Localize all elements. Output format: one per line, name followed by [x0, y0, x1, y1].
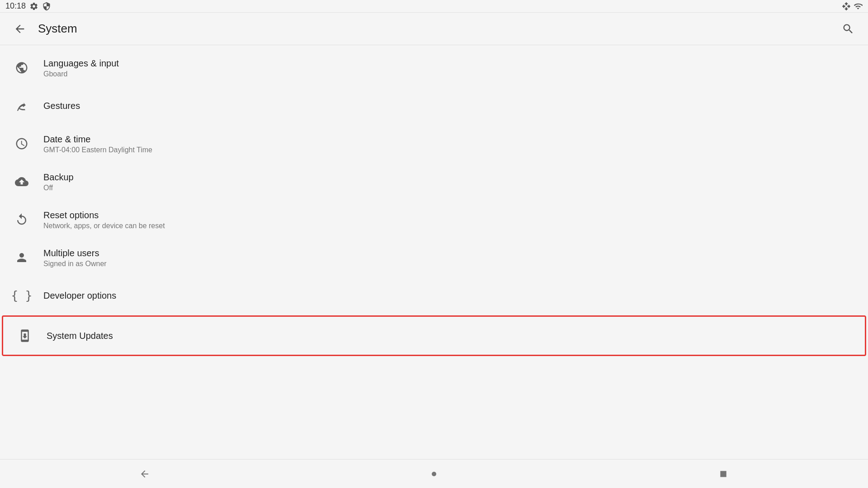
shield-icon — [42, 2, 51, 11]
settings-item-backup[interactable]: Backup Off — [0, 163, 868, 201]
systemupdate-icon-container — [14, 325, 36, 347]
clock-icon — [15, 137, 28, 150]
globe-icon-container — [11, 57, 33, 79]
multipleusers-title: Multiple users — [43, 247, 107, 259]
status-bar-right — [842, 2, 863, 11]
recents-nav-icon — [719, 469, 728, 479]
reset-icon — [15, 213, 28, 226]
datetime-subtitle: GMT-04:00 Eastern Daylight Time — [43, 146, 152, 154]
search-button[interactable] — [837, 18, 859, 40]
backup-text: Backup Off — [43, 171, 74, 192]
multipleusers-text: Multiple users Signed in as Owner — [43, 247, 107, 268]
gestures-icon-container — [11, 95, 33, 117]
backup-icon — [15, 175, 28, 188]
signal-icon — [854, 2, 863, 11]
code-icon: { } — [11, 289, 33, 302]
backup-icon-container — [11, 171, 33, 192]
languages-subtitle: Gboard — [43, 70, 119, 78]
clock-icon-container — [11, 133, 33, 155]
systemupdates-text: System Updates — [47, 330, 113, 342]
reset-title: Reset options — [43, 209, 165, 221]
settings-item-datetime[interactable]: Date & time GMT-04:00 Eastern Daylight T… — [0, 125, 868, 163]
home-nav-button[interactable] — [416, 463, 452, 485]
svg-point-0 — [432, 472, 436, 476]
gear-icon — [29, 2, 38, 11]
settings-item-multipleusers[interactable]: Multiple users Signed in as Owner — [0, 239, 868, 277]
recents-nav-button[interactable] — [705, 463, 741, 485]
bottom-nav — [0, 459, 868, 488]
code-icon-container: { } — [11, 285, 33, 306]
languages-text: Languages & input Gboard — [43, 57, 119, 78]
person-icon-container — [11, 247, 33, 268]
reset-text: Reset options Network, apps, or device c… — [43, 209, 165, 230]
systemupdate-icon — [18, 329, 32, 343]
settings-list: Languages & input Gboard Gestures Date &… — [0, 45, 868, 361]
back-arrow-icon — [14, 23, 26, 35]
resize-icon — [842, 2, 851, 11]
languages-title: Languages & input — [43, 57, 119, 69]
gestures-text: Gestures — [43, 100, 80, 112]
person-icon — [15, 251, 28, 264]
home-nav-icon — [429, 469, 439, 479]
back-nav-button[interactable] — [127, 463, 163, 485]
status-bar-left: 10:18 — [5, 1, 51, 11]
time-display: 10:18 — [5, 1, 26, 11]
svg-rect-1 — [720, 471, 726, 477]
gestures-title: Gestures — [43, 100, 80, 112]
developer-title: Developer options — [43, 290, 116, 301]
reset-subtitle: Network, apps, or device can be reset — [43, 222, 165, 230]
settings-item-languages[interactable]: Languages & input Gboard — [0, 49, 868, 87]
datetime-text: Date & time GMT-04:00 Eastern Daylight T… — [43, 133, 152, 154]
page-title: System — [38, 22, 837, 36]
back-button[interactable] — [9, 18, 31, 40]
datetime-title: Date & time — [43, 133, 152, 145]
backup-title: Backup — [43, 171, 74, 183]
gestures-icon — [15, 99, 28, 113]
search-icon — [842, 23, 854, 35]
status-bar: 10:18 — [0, 0, 868, 13]
multipleusers-subtitle: Signed in as Owner — [43, 260, 107, 268]
developer-text: Developer options — [43, 290, 116, 301]
backup-subtitle: Off — [43, 184, 74, 192]
settings-item-reset[interactable]: Reset options Network, apps, or device c… — [0, 201, 868, 239]
back-nav-icon — [139, 469, 150, 479]
settings-item-gestures[interactable]: Gestures — [0, 87, 868, 125]
settings-item-systemupdates[interactable]: System Updates — [2, 315, 866, 356]
app-bar: System — [0, 13, 868, 45]
reset-icon-container — [11, 209, 33, 230]
globe-icon — [15, 61, 28, 75]
systemupdates-title: System Updates — [47, 330, 113, 342]
settings-item-developer[interactable]: { } Developer options — [0, 277, 868, 314]
